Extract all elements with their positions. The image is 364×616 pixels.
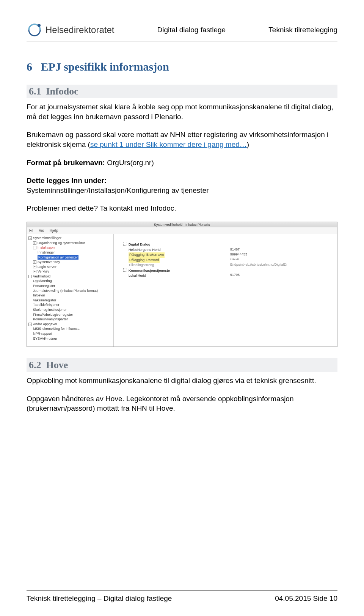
minus-icon[interactable]: - [28,275,32,278]
ss-tree-systemverktoy[interactable]: Systemverktøy [38,260,60,265]
footer-right: 04.05.2015 Side 10 [275,594,337,603]
ss-value-brukernavn: 999944453 [230,252,333,257]
ss-tree-systeminnstillinger[interactable]: Systeminnstillinger [33,236,61,241]
collapse-box-icon[interactable] [123,242,127,246]
ss-detail-pane: Digital Dialog HelseNorge.no HerId Pålog… [114,234,337,347]
para-6-1-intro: For at journalsystemet skal klare å kobl… [27,102,337,121]
ss-label-digital-dialog: Digital Dialog [129,243,151,246]
ss-label-passord: Pålogging: Passord [129,258,160,263]
minus-icon[interactable]: - [28,236,32,240]
ss-label-lokal-herid: Lokal HerId [123,273,226,279]
label-format-brukernavn: Format på brukernavn: [27,159,105,167]
logo-text: Helsedirektoratet [46,25,114,35]
ss-tree-tabelldefinisjoner[interactable]: Tabelldefinisjoner [33,302,60,307]
para-legges-inn: Dette legges inn under: Systeminnstillin… [27,176,337,195]
ss-menu-fil[interactable]: Fil [29,228,33,233]
footer-left: Teknisk tilrettelegging – Digital dialog… [27,594,172,603]
ss-window-title: Systemvedlikehold - Infodoc Plenario [27,222,337,227]
heading-6-num: 6 [27,60,32,73]
ss-tree-organisering[interactable]: Organisering og systemstruktur [38,241,85,246]
ss-tree-loginserver[interactable]: Login-server [38,265,56,269]
para-6-1-credentials-b: ) [247,140,249,148]
ss-tree-skoler[interactable]: Skoler og institusjoner [33,307,67,312]
para-kontakt-infodoc: Problemer med dette? Ta kontakt med Info… [27,203,337,213]
ss-tree-msis[interactable]: MSIS-ukemelding for influensa [33,326,80,331]
heading-6-1: 6.1 Infodoc [27,85,337,98]
para-format-brukernavn: Format på brukernavn: OrgUrs(org.nr) [27,158,337,168]
minus-icon[interactable]: - [28,323,32,326]
plus-icon[interactable]: + [33,270,36,273]
para-6-2-oppgave: Oppgaven håndteres av Hove. Legekontoret… [27,394,337,413]
ss-tree-journalutveksling[interactable]: Journalutveksling (Infodoc Plenario form… [33,288,98,293]
heading-6-title: EPJ spesifikk informasjon [41,60,169,73]
ss-tree-sysvak[interactable]: SYSVAK-rutiner [33,336,57,341]
ss-tree-konfig-tjenester[interactable]: Konfigurasjon av tjenester [38,255,78,260]
header-right: Teknisk tilrettelegging [268,26,337,34]
ss-value-endpoint: Endpoint=sb://sb.test.nhn.no/DigitalDi [230,262,333,268]
heading-6-2-title: Hove [46,359,68,370]
ss-tree-firma[interactable]: Firma/Arbeidsgiverregister [33,312,73,317]
logo-block: Helsedirektoratet [27,23,114,37]
ss-label-kommtjeneste: Kommunikasjonstjeneste [129,269,170,273]
plus-icon[interactable]: + [33,260,36,264]
ss-label-tilkobling: Tilkoblingsstreng [123,263,226,268]
ss-label-brukernavn: Pålogging: Brukernavn [129,252,165,258]
heading-6-2: 6.2 Hove [27,358,337,372]
label-legges-inn: Dette legges inn under: [27,176,107,184]
svg-point-1 [38,24,41,27]
ss-tree-innstillinger[interactable]: Innstillinger [38,250,55,255]
plus-icon[interactable]: + [33,241,36,245]
ss-tree-installasjon[interactable]: Installasjon [38,245,55,250]
heading-6-2-num: 6.2 [29,359,41,370]
infodoc-screenshot: Systemvedlikehold - Infodoc Plenario Fil… [27,222,337,347]
ss-menu-vis[interactable]: Vis [39,228,44,233]
ss-tree-npr[interactable]: NPR-rapport [33,331,52,336]
ss-value-lokal-herid: 91795 [230,273,333,278]
ss-tree-verktoy[interactable]: Verktøy [38,269,49,274]
ss-tree-infosvar[interactable]: Infosvar [33,293,45,298]
ss-tree-oppdatering[interactable]: Oppdatering [33,279,52,284]
value-legges-inn: Systeminnstillinger/Installasjon/Konfigu… [27,186,209,194]
ss-label-herid: HelseNorge.no HerId [123,247,226,253]
page-footer: Teknisk tilrettelegging – Digital dialog… [27,590,337,603]
ss-tree-personregister[interactable]: Personregister [33,284,55,288]
para-6-2-intro: Oppkobling mot kommunikasjonskanalene ti… [27,376,337,386]
minus-icon[interactable]: - [33,246,36,249]
ss-tree-vaksineregister[interactable]: Vaksineregister [33,298,56,303]
ss-tree-andre-oppgaver[interactable]: Andre oppgaver [33,322,57,327]
ss-value-herid: 91467 [230,247,333,252]
value-format-brukernavn: OrgUrs(org.nr) [105,159,154,167]
para-6-1-credentials: Brukernavn og passord skal være mottatt … [27,130,337,149]
helsedirektoratet-logo-icon [27,23,42,37]
link-punkt-1[interactable]: se punkt 1 under Slik kommer dere i gang… [90,140,247,148]
ss-tree-vedlikehold[interactable]: Vedlikehold [33,274,50,279]
collapse-box-icon[interactable] [123,268,127,272]
ss-tree[interactable]: -Systeminnstillinger +Organisering og sy… [27,234,114,347]
heading-6-1-num: 6.1 [29,86,41,97]
page-header: Helsedirektoratet Digital dialog fastleg… [27,23,337,41]
heading-6: 6 EPJ spesifikk informasjon [27,60,337,73]
ss-body: -Systeminnstillinger +Organisering og sy… [27,234,337,347]
plus-icon[interactable]: + [33,265,36,268]
ss-menubar: Fil Vis Hjelp [27,227,337,234]
ss-tree-kommunikasjonsparter[interactable]: Kommunikasjonsparter [33,317,68,322]
header-center: Digital dialog fastlege [157,26,226,34]
ss-menu-hjelp[interactable]: Hjelp [50,228,58,233]
heading-6-1-title: Infodoc [46,86,78,97]
ss-value-passord: ******* [230,257,333,263]
